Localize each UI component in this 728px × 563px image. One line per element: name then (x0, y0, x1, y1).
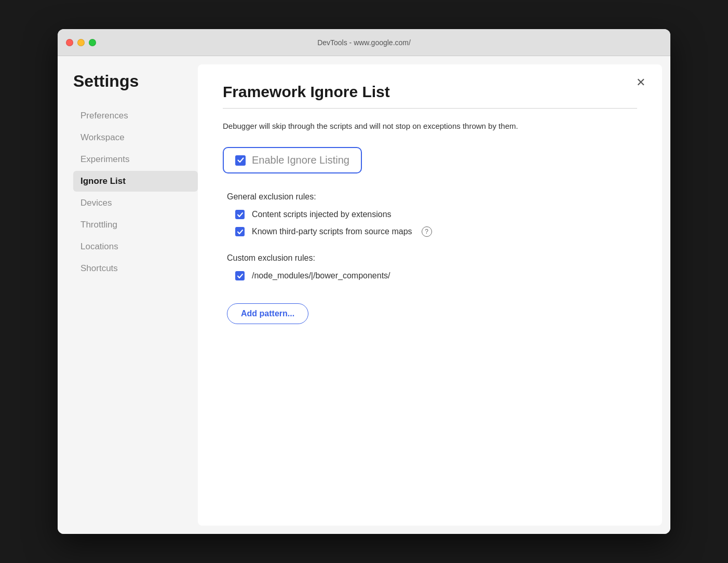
third-party-scripts-label: Known third-party scripts from source ma… (252, 227, 412, 236)
sidebar-item-experiments[interactable]: Experiments (73, 149, 198, 170)
custom-rules-heading: Custom exclusion rules: (227, 253, 637, 263)
sidebar-item-locations[interactable]: Locations (73, 236, 198, 257)
sidebar: Settings Preferences Workspace Experimen… (58, 56, 198, 534)
help-icon[interactable]: ? (422, 226, 432, 237)
custom-rules-section: Custom exclusion rules: /node_modules/|/… (223, 253, 637, 280)
main-content: Settings Preferences Workspace Experimen… (58, 56, 670, 534)
sidebar-nav: Preferences Workspace Experiments Ignore… (73, 105, 198, 280)
enable-ignore-label: Enable Ignore Listing (252, 154, 349, 166)
page-title: Framework Ignore List (223, 83, 637, 101)
titlebar: DevTools - www.google.com/ (58, 29, 670, 56)
minimize-button[interactable] (77, 39, 85, 46)
add-pattern-button[interactable]: Add pattern... (227, 303, 308, 324)
content-scripts-checkbox[interactable] (235, 210, 245, 219)
sidebar-item-workspace[interactable]: Workspace (73, 127, 198, 148)
sidebar-item-throttling[interactable]: Throttling (73, 215, 198, 235)
general-rules-heading: General exclusion rules: (227, 192, 637, 202)
rule-content-scripts: Content scripts injected by extensions (235, 210, 637, 219)
sidebar-heading: Settings (73, 72, 198, 91)
third-party-scripts-checkbox[interactable] (235, 227, 245, 236)
sidebar-item-preferences[interactable]: Preferences (73, 105, 198, 126)
enable-ignore-listing-checkbox[interactable]: Enable Ignore Listing (223, 147, 362, 173)
close-button[interactable] (66, 39, 73, 46)
checkmark-icon (237, 229, 243, 235)
close-settings-button[interactable]: ✕ (632, 75, 650, 90)
checkmark-icon (237, 212, 243, 218)
window-controls (66, 39, 96, 46)
enable-ignore-checkbox-icon (235, 155, 246, 166)
general-rules-section: General exclusion rules: Content scripts… (223, 192, 637, 237)
sidebar-item-devices[interactable]: Devices (73, 193, 198, 213)
window-title: DevTools - www.google.com/ (317, 38, 411, 47)
sidebar-item-ignore-list[interactable]: Ignore List (73, 171, 198, 192)
node-modules-label: /node_modules/|/bower_components/ (252, 271, 390, 280)
node-modules-checkbox[interactable] (235, 271, 245, 280)
sidebar-item-shortcuts[interactable]: Shortcuts (73, 258, 198, 279)
divider (223, 108, 637, 109)
content-scripts-label: Content scripts injected by extensions (252, 210, 392, 219)
checkmark-icon (237, 273, 243, 279)
rule-node-modules: /node_modules/|/bower_components/ (235, 271, 637, 280)
rule-third-party-scripts: Known third-party scripts from source ma… (235, 226, 637, 237)
description-text: Debugger will skip through the scripts a… (223, 120, 576, 132)
devtools-window: DevTools - www.google.com/ Settings Pref… (58, 29, 670, 534)
checkmark-icon (237, 157, 244, 164)
maximize-button[interactable] (89, 39, 96, 46)
content-area: ✕ Framework Ignore List Debugger will sk… (198, 64, 662, 526)
